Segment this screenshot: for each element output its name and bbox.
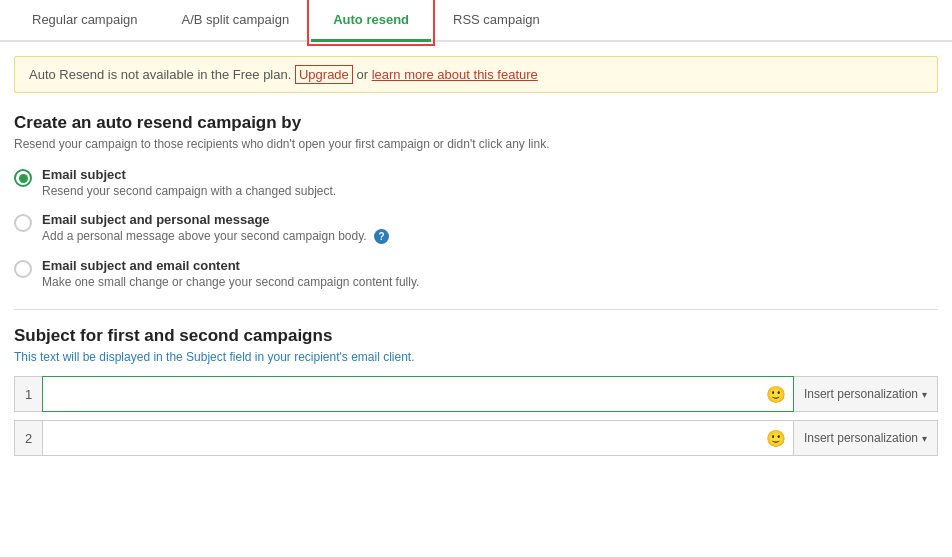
notice-banner: Auto Resend is not available in the Free…	[14, 56, 938, 93]
subject-section-subtitle: This text will be displayed in the Subje…	[14, 350, 938, 364]
tab-rss[interactable]: RSS campaign	[431, 0, 562, 42]
help-icon[interactable]: ?	[374, 229, 389, 244]
subject-section: Subject for first and second campaigns T…	[14, 326, 938, 456]
radio-option-email-subject-content[interactable]: Email subject and email content Make one…	[14, 258, 938, 289]
learn-more-link[interactable]: learn more about this feature	[372, 67, 538, 82]
notice-text-middle: or	[353, 67, 372, 82]
campaign-type-radio-group: Email subject Resend your second campaig…	[14, 167, 938, 289]
radio-title-email-subject-personal: Email subject and personal message	[42, 212, 389, 227]
radio-desc-email-subject-personal: Add a personal message above your second…	[42, 229, 389, 244]
subject-row-1: 1 🙂 Insert personalization ▾	[14, 376, 938, 412]
chevron-down-icon-1: ▾	[922, 389, 927, 400]
tab-auto-resend[interactable]: Auto resend	[311, 0, 431, 42]
upgrade-link[interactable]: Upgrade	[295, 65, 353, 84]
subject-input-1[interactable]	[42, 376, 794, 412]
emoji-icon-1[interactable]: 🙂	[766, 385, 786, 404]
subject-input-wrap-1: 🙂	[42, 376, 794, 412]
campaign-tabs: Regular campaign A/B split campaign Auto…	[0, 0, 952, 42]
subject-num-1: 1	[14, 376, 42, 412]
notice-text-before: Auto Resend is not available in the Free…	[29, 67, 295, 82]
insert-personalization-button-2[interactable]: Insert personalization ▾	[794, 420, 938, 456]
subject-row-2: 2 🙂 Insert personalization ▾	[14, 420, 938, 456]
radio-desc-email-subject-content: Make one small change or change your sec…	[42, 275, 419, 289]
radio-circle-email-subject-content[interactable]	[14, 260, 32, 278]
radio-title-email-subject-content: Email subject and email content	[42, 258, 419, 273]
radio-desc-email-subject: Resend your second campaign with a chang…	[42, 184, 336, 198]
insert-personalization-button-1[interactable]: Insert personalization ▾	[794, 376, 938, 412]
radio-circle-email-subject-personal[interactable]	[14, 214, 32, 232]
radio-option-email-subject[interactable]: Email subject Resend your second campaig…	[14, 167, 938, 198]
section-divider	[14, 309, 938, 310]
chevron-down-icon-2: ▾	[922, 433, 927, 444]
create-section-subtitle: Resend your campaign to those recipients…	[14, 137, 938, 151]
create-section-title: Create an auto resend campaign by	[14, 113, 938, 133]
tab-ab-split[interactable]: A/B split campaign	[160, 0, 312, 42]
radio-title-email-subject: Email subject	[42, 167, 336, 182]
subject-section-title: Subject for first and second campaigns	[14, 326, 938, 346]
radio-circle-email-subject[interactable]	[14, 169, 32, 187]
subject-input-2[interactable]	[42, 420, 794, 456]
subject-num-2: 2	[14, 420, 42, 456]
radio-option-email-subject-personal[interactable]: Email subject and personal message Add a…	[14, 212, 938, 244]
subject-input-wrap-2: 🙂	[42, 420, 794, 456]
tab-regular[interactable]: Regular campaign	[10, 0, 160, 42]
emoji-icon-2[interactable]: 🙂	[766, 429, 786, 448]
main-content: Create an auto resend campaign by Resend…	[0, 93, 952, 478]
